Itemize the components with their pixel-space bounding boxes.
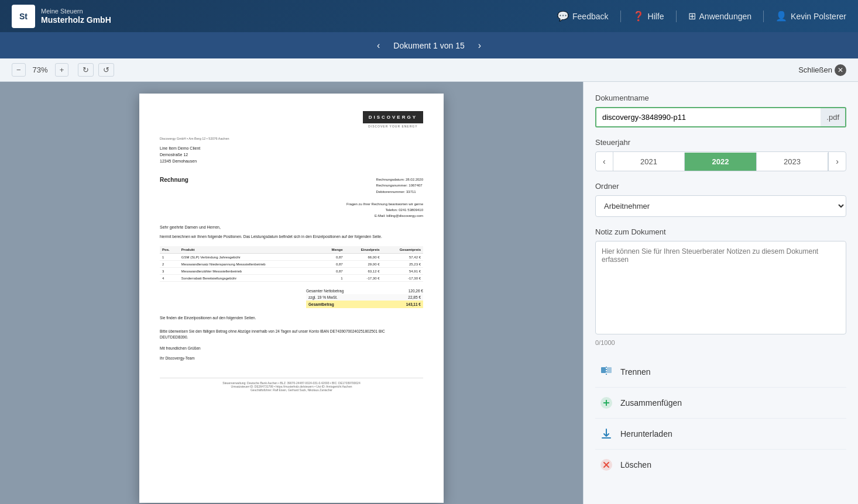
pdf-table-cell: Sonderrabatt Bereitstellungsgebühr xyxy=(179,275,320,282)
doc-nav-label: Dokument 1 von 15 xyxy=(393,41,464,50)
pdf-table-cell: 66,00 € xyxy=(345,254,382,261)
doc-nav-bar: ‹ Dokument 1 von 15 › xyxy=(0,32,858,58)
feedback-button[interactable]: 💬 Feedback xyxy=(557,11,608,22)
zoom-in-button[interactable]: + xyxy=(55,63,69,77)
anwendungen-button[interactable]: ⊞ Anwendungen xyxy=(688,11,752,22)
pdf-footer1: Sie finden die Einzelpositionen auf den … xyxy=(160,315,423,321)
toolbar-left: − 73% + ↻ ↺ xyxy=(12,63,114,77)
year-prev-button[interactable]: ‹ xyxy=(596,152,613,171)
doc-name-row: .pdf xyxy=(595,107,846,127)
pdf-table-cell: 0,87 xyxy=(320,268,345,275)
user-menu-button[interactable]: 👤 Kevin Polsterer xyxy=(775,11,846,22)
rotate-left-button[interactable]: ↻ xyxy=(78,63,94,77)
pdf-table-cell: 3 xyxy=(160,268,179,275)
pdf-table-cell: 2 xyxy=(160,261,179,268)
nav-actions: 💬 Feedback ❓ Hilfe ⊞ Anwendungen 👤 Kevin… xyxy=(557,11,846,22)
nav-divider-1 xyxy=(620,11,621,22)
pdf-table-cell: 54,91 € xyxy=(382,268,423,275)
herunterladen-icon xyxy=(598,426,615,442)
loeschen-icon xyxy=(598,457,615,473)
notiz-label: Notiz zum Dokument xyxy=(595,227,846,236)
pdf-table-cell: 0,87 xyxy=(320,254,345,261)
pdf-toolbar: − 73% + ↻ ↺ Schließen ✕ xyxy=(0,58,858,82)
pdf-table-cell: -17,30 € xyxy=(345,275,382,282)
main-content: DISCOVERGY DISCOVER YOUR ENERGY Discover… xyxy=(0,82,858,504)
pdf-footer2: Bitte überweisen Sie den fälligen Betrag… xyxy=(160,329,423,341)
pdf-logo-sub: DISCOVER YOUR ENERGY xyxy=(363,125,423,128)
pdf-invoice-title: Rechnung xyxy=(160,177,188,195)
close-button[interactable]: Schließen ✕ xyxy=(798,64,846,76)
pdf-table-row: 2Messwandlersatz Niederspannung Messstel… xyxy=(160,261,423,268)
pdf-table-cell: -17,30 € xyxy=(382,275,423,282)
action-list: Trennen Zusammenfügen xyxy=(595,357,846,480)
pdf-table-cell: 57,42 € xyxy=(382,254,423,261)
pdf-greeting: Sehr geehrte Damen und Herren, xyxy=(160,225,423,229)
company-name: Musterholz GmbH xyxy=(41,15,111,25)
zusammenfuegen-button[interactable]: Zusammenfügen xyxy=(595,388,846,419)
pdf-logo-area: DISCOVERGY DISCOVER YOUR ENERGY xyxy=(160,111,423,128)
feedback-icon: 💬 xyxy=(557,11,569,22)
ordner-section: Ordner Arbeitnehmer Freiberufler Unterne… xyxy=(595,182,846,217)
col-produkt: Produkt xyxy=(179,246,320,254)
herunterladen-label: Herunterladen xyxy=(620,429,672,439)
pdf-invoice-details: Rechnungsdatum: 28.02.2020 Rechnungsnumm… xyxy=(376,177,423,195)
brand-title: Meine Steuern Musterholz GmbH xyxy=(41,8,111,25)
brand-logo: St xyxy=(12,5,35,28)
notiz-textarea[interactable] xyxy=(595,241,846,334)
pdf-table-row: 1GSM (SLP) Verbindung Jahresgebühr0,8766… xyxy=(160,254,423,261)
pdf-recipient: Line Item Demo Client Demostraße 12 1234… xyxy=(160,145,423,165)
nav-divider-2 xyxy=(676,11,677,22)
close-label: Schließen xyxy=(798,65,832,74)
pdf-page: DISCOVERGY DISCOVER YOUR ENERGY Discover… xyxy=(139,94,444,503)
zoom-out-button[interactable]: − xyxy=(12,63,26,77)
hilfe-icon: ❓ xyxy=(633,11,644,22)
pdf-footer3: Mit freundlichen Grüßen xyxy=(160,346,423,350)
doc-prev-button[interactable]: ‹ xyxy=(372,38,385,53)
year-option-2023[interactable]: 2023 xyxy=(757,153,829,171)
notiz-section: Notiz zum Dokument 0/1000 xyxy=(595,227,846,346)
loeschen-label: Löschen xyxy=(620,460,651,470)
pdf-table-cell: 0,87 xyxy=(320,261,345,268)
steuerjahr-section: Steuerjahr ‹ 2021 2022 2023 › xyxy=(595,138,846,171)
nettobetrag-row: Gesamter Nettobetrag 120,26 € xyxy=(306,288,423,294)
anwendungen-label: Anwendungen xyxy=(699,12,752,21)
char-count: 0/1000 xyxy=(595,339,846,346)
doc-name-section: Dokumentname .pdf xyxy=(595,94,846,127)
hilfe-button[interactable]: ❓ Hilfe xyxy=(633,11,664,22)
herunterladen-button[interactable]: Herunterladen xyxy=(595,419,846,450)
top-nav: St Meine Steuern Musterholz GmbH 💬 Feedb… xyxy=(0,0,858,32)
col-gesamtpreis: Gesamtpreis xyxy=(382,246,423,254)
anwendungen-icon: ⊞ xyxy=(688,11,696,22)
pdf-table-cell: Messwandlerzähler Messstellenbetrieb xyxy=(179,268,320,275)
ordner-select[interactable]: Arbeitnehmer Freiberufler Unternehmen xyxy=(595,195,846,217)
pdf-invoice-header: Rechnung Rechnungsdatum: 28.02.2020 Rech… xyxy=(160,177,423,195)
pdf-totals-area: Gesamter Nettobetrag 120,26 € zzgl. 19 %… xyxy=(160,288,423,308)
pdf-table-row: 4Sonderrabatt Bereitstellungsgebühr1-17,… xyxy=(160,275,423,282)
pdf-table-cell: 29,00 € xyxy=(345,261,382,268)
pdf-sender: Discovergy GmbH • Am Berg 12 • 52076 Aac… xyxy=(160,137,423,140)
pdf-table-cell: Messwandlersatz Niederspannung Messstell… xyxy=(179,261,320,268)
pdf-viewer[interactable]: DISCOVERGY DISCOVER YOUR ENERGY Discover… xyxy=(0,82,583,504)
year-option-2022[interactable]: 2022 xyxy=(685,153,757,171)
svg-rect-1 xyxy=(607,367,612,373)
zusammen-label: Zusammenfügen xyxy=(620,398,682,408)
year-option-2021[interactable]: 2021 xyxy=(613,153,685,171)
year-next-button[interactable]: › xyxy=(828,152,846,171)
doc-ext: .pdf xyxy=(821,107,846,127)
pdf-body-text: hiermit berechnen wir Ihnen folgende Pos… xyxy=(160,234,423,240)
col-pos: Pos. xyxy=(160,246,179,254)
doc-next-button[interactable]: › xyxy=(473,38,486,53)
pdf-logo-text: DISCOVERGY xyxy=(363,111,423,123)
pdf-table-cell: 1 xyxy=(160,254,179,261)
loeschen-button[interactable]: Löschen xyxy=(595,450,846,480)
trennen-label: Trennen xyxy=(620,367,651,377)
user-icon: 👤 xyxy=(775,11,787,22)
nav-divider-3 xyxy=(763,11,764,22)
pdf-table-header-row: Pos. Produkt Menge Einzelpreis Gesamtpre… xyxy=(160,246,423,254)
doc-name-input[interactable] xyxy=(595,107,821,127)
zoom-level: 73% xyxy=(30,65,50,74)
rotate-right-button[interactable]: ↺ xyxy=(98,63,114,77)
pdf-contact: Fragen zu Ihrer Rechnung beantworten wir… xyxy=(160,201,423,219)
close-icon: ✕ xyxy=(835,64,846,76)
trennen-button[interactable]: Trennen xyxy=(595,357,846,388)
